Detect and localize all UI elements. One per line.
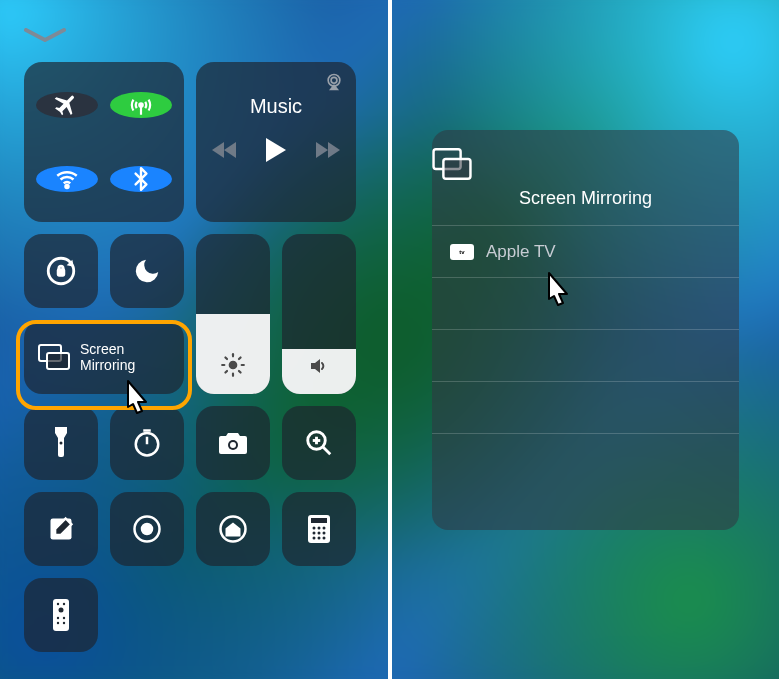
svg-point-50	[63, 622, 65, 624]
calculator-button[interactable]	[282, 492, 356, 566]
svg-rect-8	[47, 353, 69, 369]
svg-point-2	[65, 185, 68, 188]
airplay-icon	[324, 72, 344, 92]
svg-line-15	[239, 371, 241, 373]
rotation-lock-button[interactable]	[24, 234, 98, 308]
timer-button[interactable]	[110, 406, 184, 480]
svg-rect-52	[443, 159, 470, 179]
empty-row	[432, 381, 739, 433]
svg-rect-6	[58, 270, 64, 276]
svg-point-45	[63, 603, 65, 605]
chevron-down-icon[interactable]	[24, 28, 364, 52]
do-not-disturb-button[interactable]	[110, 234, 184, 308]
svg-point-9	[229, 361, 238, 370]
screen-mirroring-button[interactable]: Screen Mirroring	[24, 320, 184, 394]
empty-row	[432, 433, 739, 485]
svg-point-35	[318, 527, 321, 530]
svg-point-34	[313, 527, 316, 530]
device-name: Apple TV	[486, 242, 556, 262]
svg-point-38	[318, 532, 321, 535]
volume-icon	[307, 354, 331, 378]
flashlight-button[interactable]	[24, 406, 98, 480]
play-icon[interactable]	[264, 136, 288, 164]
wifi-toggle[interactable]	[36, 166, 98, 192]
svg-point-47	[57, 617, 59, 619]
screen-mirroring-panel: Screen Mirroring tv Apple TV	[432, 130, 739, 530]
svg-point-30	[142, 524, 152, 534]
svg-rect-43	[53, 599, 69, 631]
svg-point-23	[230, 442, 236, 448]
svg-line-16	[225, 371, 227, 373]
notes-button[interactable]	[24, 492, 98, 566]
magnifier-button[interactable]	[282, 406, 356, 480]
svg-line-17	[239, 357, 241, 359]
svg-point-44	[57, 603, 59, 605]
svg-point-40	[313, 537, 316, 540]
volume-slider[interactable]	[282, 234, 356, 394]
forward-icon[interactable]	[314, 140, 340, 160]
airplane-mode-toggle[interactable]	[36, 92, 98, 118]
music-title: Music	[250, 95, 302, 118]
panel-title: Screen Mirroring	[432, 188, 739, 209]
screen-mirroring-pane: Screen Mirroring tv Apple TV	[388, 0, 779, 679]
control-center-pane: Music	[0, 0, 388, 679]
svg-point-48	[63, 617, 65, 619]
svg-line-14	[225, 357, 227, 359]
svg-point-18	[60, 442, 63, 445]
apple-tv-badge-icon: tv	[450, 244, 474, 260]
svg-point-37	[313, 532, 316, 535]
cellular-data-toggle[interactable]	[110, 92, 172, 118]
rewind-icon[interactable]	[212, 140, 238, 160]
screen-mirroring-icon	[38, 344, 70, 370]
music-widget[interactable]: Music	[196, 62, 356, 222]
home-button[interactable]	[196, 492, 270, 566]
mirroring-device-row[interactable]: tv Apple TV	[432, 225, 739, 277]
svg-rect-33	[311, 518, 327, 523]
svg-point-39	[323, 532, 326, 535]
svg-point-49	[57, 622, 59, 624]
screen-mirroring-label: Screen Mirroring	[80, 341, 135, 373]
bluetooth-toggle[interactable]	[110, 166, 172, 192]
brightness-slider[interactable]	[196, 234, 270, 394]
svg-point-46	[59, 608, 64, 613]
apple-tv-remote-button[interactable]	[24, 578, 98, 652]
svg-line-25	[323, 447, 331, 455]
svg-point-41	[318, 537, 321, 540]
svg-point-36	[323, 527, 326, 530]
empty-row	[432, 329, 739, 381]
svg-point-42	[323, 537, 326, 540]
screen-record-button[interactable]	[110, 492, 184, 566]
camera-button[interactable]	[196, 406, 270, 480]
screen-mirroring-icon	[432, 148, 739, 180]
brightness-icon	[220, 352, 246, 378]
svg-point-4	[331, 77, 337, 83]
connectivity-group	[24, 62, 184, 222]
empty-row	[432, 277, 739, 329]
